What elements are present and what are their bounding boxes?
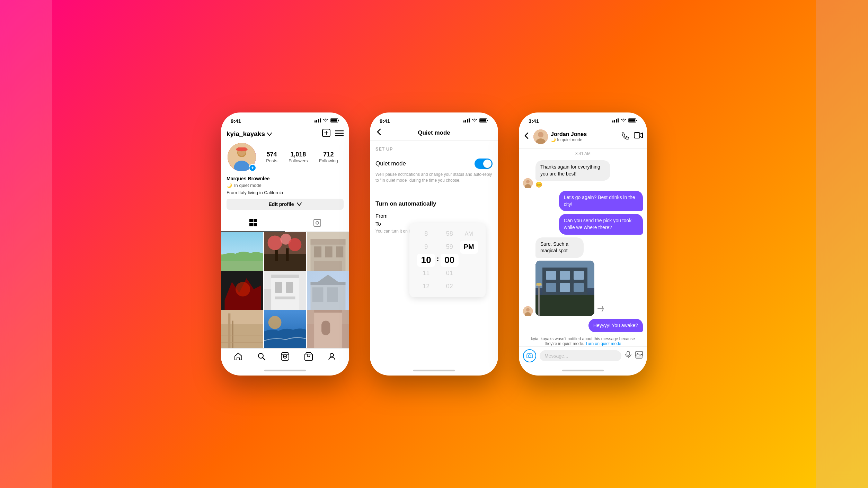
svg-point-92 — [538, 132, 543, 137]
quiet-mode-badge: 🌙 In quiet mode — [221, 183, 349, 190]
profile-tabs — [221, 214, 349, 232]
phone-profile: 9:41 kyia_kayaks — [221, 112, 349, 376]
photo-5[interactable] — [264, 271, 306, 313]
msg-emoji-1: 😊 — [535, 181, 643, 188]
nav-reels[interactable] — [281, 352, 290, 363]
msg-text-sent-3: Heyyyy! You awake? — [588, 319, 643, 333]
min-58: 58 — [441, 227, 459, 241]
profile-header-icons — [322, 129, 344, 139]
edit-profile-button[interactable]: Edit profile — [227, 199, 344, 210]
turn-on-auto-label: Turn on automatically — [375, 200, 493, 207]
svg-rect-104 — [546, 271, 556, 280]
svg-rect-110 — [535, 295, 594, 316]
home-bar-1 — [221, 365, 349, 376]
meridiem-spacer3 — [460, 280, 478, 293]
svg-rect-47 — [275, 296, 295, 299]
avatar-add-button[interactable]: + — [249, 164, 256, 172]
photo-1[interactable] — [221, 232, 263, 274]
profile-stats-row: + 574 Posts 1,018 Followers 712 Followin… — [221, 142, 349, 176]
svg-rect-32 — [286, 248, 289, 261]
photo-6[interactable] — [307, 271, 349, 313]
minutes-column[interactable]: 58 59 00 01 02 — [441, 227, 459, 293]
svg-rect-57 — [232, 321, 233, 348]
toggle-label: Quiet mode — [375, 160, 406, 167]
dm-camera-button[interactable] — [523, 349, 536, 362]
phone2-content: Quiet mode Set up Quiet mode We'll pause… — [370, 127, 498, 365]
svg-rect-46 — [286, 282, 293, 293]
msg-text-sent-2: Can you send the pick you took while we … — [559, 214, 643, 234]
svg-rect-79 — [467, 119, 468, 123]
video-icon[interactable] — [634, 132, 643, 142]
tab-tagged[interactable] — [285, 214, 349, 232]
photo-7[interactable] — [221, 310, 263, 348]
svg-point-114 — [528, 355, 531, 358]
quiet-mode-toggle[interactable] — [475, 159, 493, 169]
nav-profile[interactable] — [327, 352, 336, 363]
call-icon[interactable] — [621, 132, 629, 142]
photo-4[interactable] — [221, 271, 263, 313]
svg-rect-53 — [327, 287, 338, 302]
to-label: To — [375, 221, 389, 227]
msg-image[interactable] — [535, 261, 594, 316]
phone1-content: kyia_kayaks — [221, 127, 349, 365]
wifi-icon-3 — [620, 118, 627, 124]
hour-8: 8 — [417, 227, 435, 241]
toggle-row: Quiet mode — [375, 154, 493, 172]
dm-user-info: Jordan Jones 🌙 In quiet mode — [551, 131, 619, 142]
svg-rect-109 — [574, 283, 584, 292]
svg-rect-1 — [316, 120, 317, 123]
dm-mic-button[interactable] — [625, 351, 632, 361]
photo-8[interactable] — [264, 310, 306, 348]
following-stat[interactable]: 712 Following — [319, 151, 338, 163]
svg-rect-105 — [560, 271, 570, 280]
photo-3[interactable] — [307, 232, 349, 274]
photo-9[interactable] — [307, 310, 349, 348]
svg-rect-16 — [237, 147, 246, 150]
nav-search[interactable] — [257, 352, 266, 363]
svg-rect-66 — [321, 321, 330, 335]
svg-rect-65 — [314, 310, 342, 313]
tab-grid[interactable] — [221, 214, 285, 232]
nav-shop[interactable] — [304, 352, 313, 363]
min-00-selected: 00 — [441, 254, 459, 267]
dm-status: 🌙 In quiet mode — [551, 137, 619, 142]
msg-sent-3: Heyyyy! You awake? — [523, 319, 643, 333]
msg-text-sent-1: Let's go again? Best drinks in the city! — [559, 191, 643, 211]
followers-stat[interactable]: 1,018 Followers — [289, 151, 308, 163]
svg-rect-6 — [338, 120, 339, 121]
min-01: 01 — [441, 267, 459, 280]
dm-back-button[interactable] — [523, 132, 531, 142]
svg-point-113 — [536, 283, 542, 286]
svg-point-119 — [637, 353, 638, 354]
quiet-notice-link[interactable]: Turn on quiet mode — [585, 341, 621, 346]
status-bar-1: 9:41 — [221, 112, 349, 127]
svg-rect-111 — [538, 285, 540, 316]
dropdown-icon[interactable] — [267, 130, 272, 138]
dm-input-field[interactable]: Message... — [540, 350, 621, 361]
add-post-icon[interactable] — [322, 129, 330, 139]
svg-point-29 — [288, 238, 301, 251]
battery-icon-1 — [330, 118, 339, 124]
menu-icon[interactable] — [335, 129, 344, 138]
dm-gallery-button[interactable] — [635, 351, 643, 361]
photo-2[interactable] — [264, 232, 306, 274]
moon-icon: 🌙 — [227, 183, 232, 188]
photo-grid — [221, 232, 349, 348]
hours-column[interactable]: 8 9 10 11 12 — [417, 227, 435, 293]
svg-point-73 — [284, 356, 286, 357]
auto-from-to: From To You can turn it on for 8 9 — [375, 213, 493, 275]
svg-rect-18 — [254, 219, 257, 222]
svg-rect-20 — [254, 223, 257, 226]
signal-icon-1 — [315, 118, 321, 124]
share-icon[interactable] — [597, 305, 604, 314]
bg-blur-right — [816, 0, 868, 488]
svg-rect-48 — [264, 289, 271, 313]
svg-rect-115 — [627, 351, 630, 355]
meridiem-column[interactable]: AM PM — [460, 227, 478, 293]
nav-home[interactable] — [234, 352, 243, 363]
meridiem-spacer2 — [460, 267, 478, 280]
back-button-2[interactable] — [375, 128, 383, 138]
stats-container: 574 Posts 1,018 Followers 712 Following — [260, 151, 344, 163]
svg-rect-89 — [629, 119, 635, 122]
status-time-2: 9:41 — [380, 118, 390, 124]
